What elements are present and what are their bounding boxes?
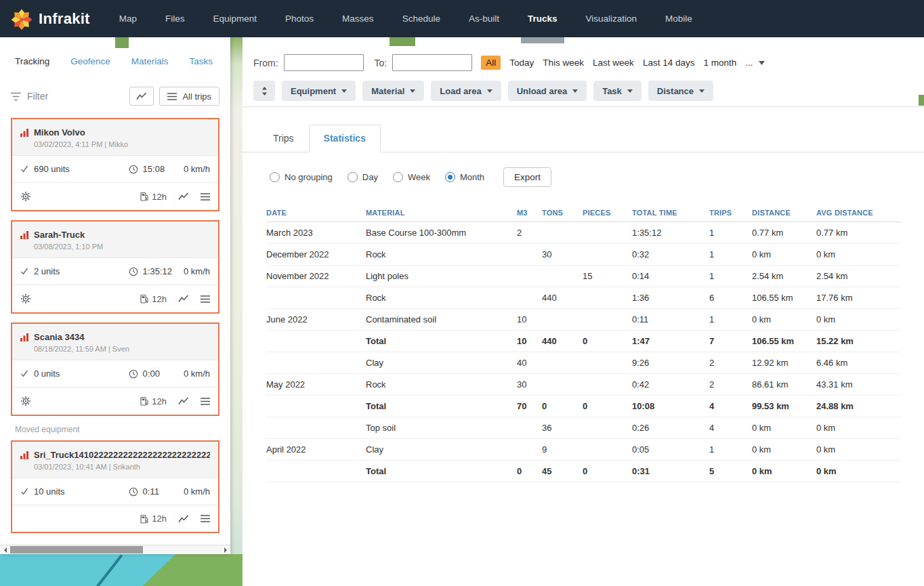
quick-filter-last-week[interactable]: Last week bbox=[593, 58, 634, 68]
filter-dropdown-material[interactable]: Material bbox=[362, 81, 424, 101]
grouping-option-no-grouping[interactable]: No grouping bbox=[270, 172, 333, 182]
quick-filter-this-week[interactable]: This week bbox=[543, 58, 584, 68]
grouping-option-week[interactable]: Week bbox=[393, 172, 430, 182]
column-header-material[interactable]: MATERIAL bbox=[366, 204, 517, 222]
tab-trips[interactable]: Trips bbox=[258, 125, 309, 152]
filter-dropdown-equipment[interactable]: Equipment bbox=[282, 81, 356, 101]
truck-card[interactable]: Scania 343408/18/2022, 11:59 AM | Sven0 … bbox=[11, 322, 219, 416]
cell-date: December 2022 bbox=[266, 244, 366, 265]
nav-item-photos[interactable]: Photos bbox=[271, 0, 328, 37]
column-header-date[interactable]: DATE bbox=[266, 204, 366, 222]
grouping-option-month[interactable]: Month bbox=[445, 172, 484, 182]
sidebar-tab-materials[interactable]: Materials bbox=[131, 56, 169, 66]
map-bottom-left[interactable] bbox=[0, 554, 243, 586]
chart-icon[interactable] bbox=[178, 192, 189, 201]
trail-hours-button[interactable]: 12h bbox=[140, 192, 167, 202]
menu-icon[interactable] bbox=[201, 295, 210, 303]
to-input[interactable] bbox=[392, 54, 472, 71]
cell-total_time: 0:32 bbox=[632, 244, 709, 265]
column-header-trips[interactable]: TRIPS bbox=[709, 204, 752, 222]
chart-icon[interactable] bbox=[178, 295, 189, 303]
sidebar-tab-geofence[interactable]: Geofence bbox=[70, 56, 110, 66]
trail-hours-button[interactable]: 12h bbox=[140, 294, 167, 304]
filter-dropdown-distance[interactable]: Distance bbox=[648, 81, 713, 101]
from-input[interactable] bbox=[284, 54, 364, 71]
filter-label: Filter bbox=[27, 91, 48, 102]
nav-item-visualization[interactable]: Visualization bbox=[571, 0, 651, 37]
cell-tons: 36 bbox=[542, 417, 583, 438]
sidebar-tab-tracking[interactable]: Tracking bbox=[15, 56, 49, 66]
range-more-caret[interactable] bbox=[759, 61, 765, 65]
nav-item-trucks[interactable]: Trucks bbox=[513, 0, 572, 37]
sidebar-tab-tasks[interactable]: Tasks bbox=[189, 56, 213, 66]
filter-toggle[interactable]: Filter bbox=[11, 91, 48, 102]
column-header-distance[interactable]: DISTANCE bbox=[752, 204, 816, 222]
quick-filters: AllTodayThis weekLast weekLast 14 days1 … bbox=[481, 56, 753, 70]
cell-material: Clay bbox=[366, 352, 517, 373]
nav-item-as-built[interactable]: As-built bbox=[455, 0, 513, 37]
quick-filter-last-14-days[interactable]: Last 14 days bbox=[643, 58, 695, 68]
sort-button[interactable] bbox=[253, 81, 275, 101]
truck-card[interactable]: Sarah-Truck03/08/2023, 1:10 PM2 units1:3… bbox=[11, 220, 219, 314]
column-header-pieces[interactable]: PIECES bbox=[583, 204, 632, 222]
quick-filter-today[interactable]: Today bbox=[509, 58, 534, 68]
nav-item-files[interactable]: Files bbox=[151, 0, 199, 37]
nav-item-map[interactable]: Map bbox=[105, 0, 151, 37]
nav-item-equipment[interactable]: Equipment bbox=[199, 0, 272, 37]
tab-statistics[interactable]: Statistics bbox=[309, 125, 381, 152]
chart-icon[interactable] bbox=[178, 397, 189, 405]
filter-dropdown-load-area[interactable]: Load area bbox=[431, 81, 501, 101]
filter-dropdowns: EquipmentMaterialLoad areaUnload areaTas… bbox=[282, 81, 713, 101]
truck-actions: 12h bbox=[12, 387, 218, 415]
scrollbar-thumb[interactable] bbox=[10, 546, 143, 553]
menu-icon[interactable] bbox=[201, 398, 210, 405]
chart-view-button[interactable] bbox=[129, 87, 154, 106]
radio-icon bbox=[270, 172, 280, 182]
scroll-right-arrow-icon[interactable] bbox=[220, 545, 230, 554]
trail-hours-button[interactable]: 12h bbox=[140, 396, 167, 406]
nav-item-schedule[interactable]: Schedule bbox=[388, 0, 455, 37]
trail-hours-button[interactable]: 12h bbox=[140, 514, 167, 524]
cell-distance: 0 km bbox=[752, 439, 816, 460]
truck-actions: 12h bbox=[12, 505, 218, 532]
truck-actions: 12h bbox=[12, 182, 218, 210]
cell-trips: 5 bbox=[709, 461, 752, 482]
cell-material: Contaminated soil bbox=[366, 309, 517, 330]
nav-item-masses[interactable]: Masses bbox=[328, 0, 388, 37]
table-row: May 2022Rock300:42286.61 km43.31 km bbox=[266, 374, 901, 396]
brand[interactable]: Infrakit bbox=[0, 7, 90, 31]
map-strip bbox=[230, 37, 243, 554]
menu-icon[interactable] bbox=[201, 193, 210, 201]
column-header-avg-distance[interactable]: AVG DISTANCE bbox=[816, 204, 901, 222]
scroll-left-arrow-icon[interactable] bbox=[0, 545, 10, 554]
horizontal-scrollbar[interactable] bbox=[0, 545, 230, 554]
cell-date bbox=[266, 401, 366, 412]
export-button[interactable]: Export bbox=[503, 167, 551, 187]
cell-pieces bbox=[583, 293, 632, 304]
chart-icon[interactable] bbox=[178, 515, 189, 523]
filter-dropdown-task[interactable]: Task bbox=[593, 81, 642, 101]
dropdown-label: Task bbox=[602, 86, 622, 96]
cell-distance: 99.53 km bbox=[752, 396, 816, 417]
gear-icon[interactable] bbox=[20, 191, 31, 202]
quick-filter-all[interactable]: All bbox=[481, 56, 501, 70]
grouping-option-day[interactable]: Day bbox=[348, 172, 378, 182]
nav-item-mobile[interactable]: Mobile bbox=[651, 0, 707, 37]
column-header-tons[interactable]: TONS bbox=[542, 204, 583, 222]
quick-filter-more[interactable]: ... bbox=[745, 58, 753, 68]
filter-dropdown-unload-area[interactable]: Unload area bbox=[508, 81, 587, 101]
column-header-m3[interactable]: M3 bbox=[517, 204, 542, 222]
gear-icon[interactable] bbox=[20, 293, 31, 304]
cell-distance: 2.54 km bbox=[752, 266, 816, 287]
gear-icon[interactable] bbox=[20, 396, 31, 406]
column-header-total-time[interactable]: TOTAL TIME bbox=[632, 204, 709, 222]
chart-icon bbox=[136, 92, 147, 100]
all-trips-button[interactable]: All trips bbox=[159, 87, 219, 106]
quick-filter-1-month[interactable]: 1 month bbox=[703, 58, 736, 68]
truck-card[interactable]: Mikon Volvo03/02/2023, 4:11 PM | Mikko69… bbox=[11, 118, 219, 211]
cell-m3 bbox=[517, 249, 542, 260]
grouping-row: No groupingDayWeekMonth Export bbox=[270, 167, 924, 187]
truck-card[interactable]: Sri_Truck1410222222222222222222222222222… bbox=[11, 440, 219, 533]
cell-m3 bbox=[517, 444, 542, 455]
menu-icon[interactable] bbox=[201, 515, 210, 522]
